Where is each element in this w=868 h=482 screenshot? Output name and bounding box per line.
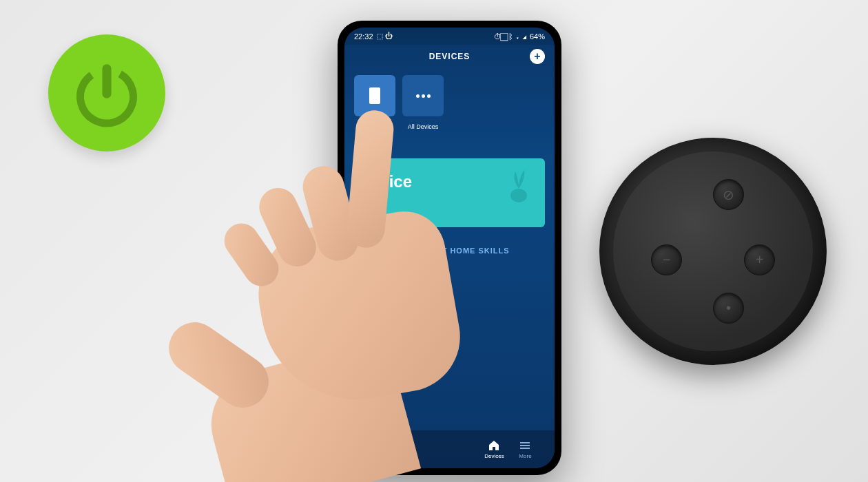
page-title: DEVICES [429, 52, 471, 61]
add-device-button[interactable]: + [530, 49, 545, 64]
echo-volume-down-button: − [651, 244, 682, 275]
power-button-prop [48, 34, 165, 151]
hamburger-icon [519, 439, 531, 452]
smart-home-skills-label[interactable]: YOUR SMART HOME SKILLS [344, 230, 555, 271]
more-dots-icon [415, 86, 431, 105]
groups-section-label: GROUPS [344, 130, 555, 156]
svg-rect-4 [520, 445, 530, 446]
status-bar: 22:32 ⬚ ⏻ ⏱ ⃞ ᛒ ▾ ◢ 64% [344, 28, 555, 45]
nav-devices[interactable]: Devices [479, 439, 510, 459]
svg-rect-1 [102, 64, 111, 98]
echo-volume-up-button: + [744, 244, 775, 275]
nav-more-label: More [519, 453, 531, 459]
status-left-icons: ⬚ ⏻ [376, 32, 393, 41]
app-header: DEVICES + [344, 45, 555, 68]
nav-devices-label: Devices [484, 453, 504, 459]
bottom-navigation: Devices More [344, 430, 555, 468]
phone-screen: 22:32 ⬚ ⏻ ⏱ ⃞ ᛒ ▾ ◢ 64% DEVICES + [344, 28, 555, 468]
echo-device-icon [366, 86, 383, 105]
smartphone: 22:32 ⬚ ⏻ ⏱ ⃞ ᛒ ▾ ◢ 64% DEVICES + [338, 21, 561, 475]
status-time: 22:32 [354, 32, 373, 41]
echo-dot-device: ⊘ − + • [599, 138, 827, 365]
echo-alexa-tile[interactable] [354, 75, 395, 116]
svg-rect-5 [520, 448, 530, 449]
all-devices-tile[interactable] [402, 75, 444, 116]
group-card-office[interactable]: Office [354, 158, 545, 227]
svg-point-2 [510, 189, 527, 202]
battery-percentage: 64% [530, 32, 545, 41]
plant-icon [505, 168, 533, 202]
svg-rect-3 [520, 442, 530, 443]
nav-more[interactable]: More [510, 439, 541, 459]
device-tiles-row [344, 68, 555, 123]
power-icon [69, 55, 145, 131]
home-icon [488, 439, 500, 452]
status-right-icons: ⏱ ⃞ ᛒ ▾ ◢ [494, 32, 527, 41]
echo-mute-button: ⊘ [713, 179, 744, 210]
all-devices-label: All Devices [402, 123, 444, 130]
echo-action-button: • [713, 293, 744, 324]
echo-alexa-label: Echo & Alexa [354, 123, 395, 130]
